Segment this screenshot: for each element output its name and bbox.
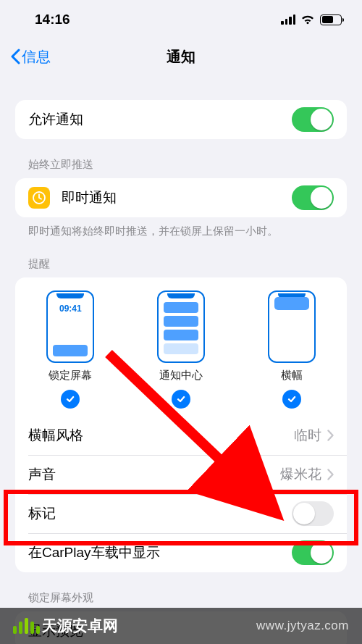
wifi-icon	[300, 14, 315, 25]
section-header-alerts: 提醒	[15, 238, 347, 277]
watermark-overlay: 天源安卓网 www.jytyaz.com	[0, 608, 362, 644]
row-sound[interactable]: 声音 爆米花	[15, 455, 347, 494]
carplay-label: 在CarPlay车载中显示	[28, 543, 292, 562]
section-header-time-sensitive: 始终立即推送	[15, 139, 347, 178]
carplay-toggle[interactable]	[292, 540, 334, 565]
sound-label: 声音	[28, 465, 280, 484]
alert-style-label: 横幅	[281, 369, 303, 382]
sound-value: 爆米花	[280, 465, 321, 484]
row-carplay[interactable]: 在CarPlay车载中显示	[15, 533, 347, 572]
alert-style-row: 09:41 锁定屏幕 通知中心	[15, 277, 347, 416]
nav-bar: 信息 通知	[0, 39, 362, 74]
back-button[interactable]: 信息	[10, 47, 51, 67]
row-badges[interactable]: 标记	[15, 494, 347, 533]
alert-style-label: 锁定屏幕	[49, 369, 92, 382]
badges-label: 标记	[28, 504, 292, 523]
time-sensitive-toggle[interactable]	[292, 185, 334, 210]
group-alerts: 09:41 锁定屏幕 通知中心	[15, 277, 347, 572]
back-label: 信息	[22, 47, 51, 67]
clock-icon	[28, 187, 50, 209]
banner-style-value: 临时	[294, 426, 321, 445]
watermark-logo: 天源安卓网	[13, 616, 118, 636]
chevron-right-icon	[327, 469, 334, 480]
status-time: 14:16	[35, 12, 70, 28]
banner-style-label: 横幅风格	[28, 426, 294, 445]
banner-preview-icon	[268, 290, 316, 363]
lock-screen-preview-icon: 09:41	[46, 290, 94, 363]
battery-icon	[320, 14, 342, 25]
status-right-cluster	[281, 14, 342, 25]
row-time-sensitive[interactable]: 即时通知	[15, 178, 347, 217]
alert-style-label: 通知中心	[159, 369, 203, 382]
group-allow-notifications: 允许通知	[15, 100, 347, 139]
chevron-right-icon	[327, 430, 334, 441]
cellular-signal-icon	[281, 14, 295, 25]
row-banner-style[interactable]: 横幅风格 临时	[15, 416, 347, 455]
time-sensitive-label: 即时通知	[62, 188, 292, 207]
watermark-brand: 天源安卓网	[42, 616, 118, 636]
group-time-sensitive: 即时通知	[15, 178, 347, 217]
status-bar: 14:16	[0, 0, 362, 39]
time-sensitive-footer: 即时通知将始终即时推送，并在锁屏上保留一小时。	[15, 217, 347, 238]
allow-notifications-label: 允许通知	[28, 110, 292, 129]
check-icon	[282, 390, 301, 409]
notification-center-preview-icon	[157, 290, 205, 363]
chevron-left-icon	[10, 49, 20, 64]
alert-style-banner[interactable]: 横幅	[252, 290, 332, 409]
alert-style-lock-screen[interactable]: 09:41 锁定屏幕	[30, 290, 110, 409]
section-header-lockscreen-appearance: 锁定屏幕外观	[15, 572, 347, 611]
page-title: 通知	[0, 47, 362, 67]
watermark-url: www.jytyaz.com	[256, 619, 349, 633]
badges-toggle[interactable]	[292, 501, 334, 526]
check-icon	[172, 390, 190, 409]
watermark-logo-icon	[13, 618, 40, 634]
row-allow-notifications[interactable]: 允许通知	[15, 100, 347, 139]
allow-notifications-toggle[interactable]	[292, 107, 334, 132]
preview-time: 09:41	[48, 304, 93, 314]
check-icon	[61, 390, 80, 409]
alert-style-notification-center[interactable]: 通知中心	[141, 290, 221, 409]
